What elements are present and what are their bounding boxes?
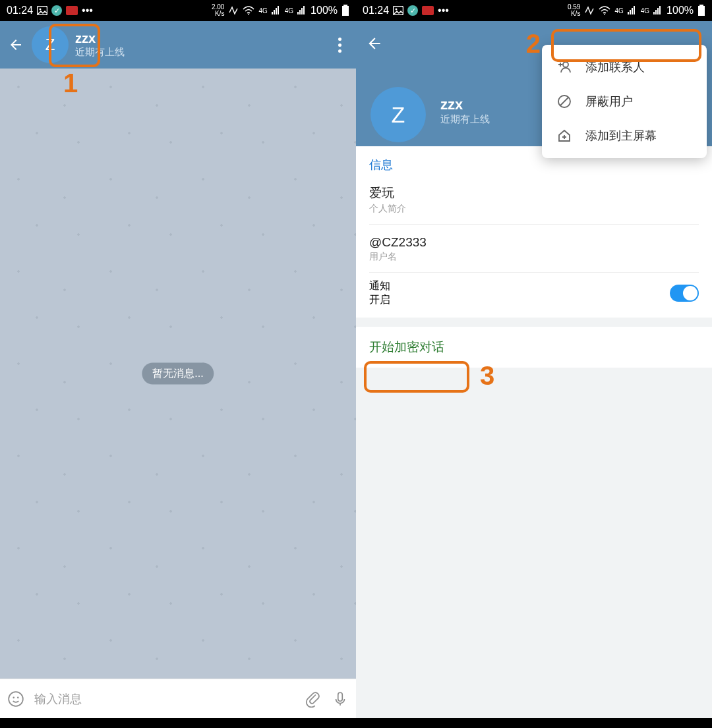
signal-4g-3: 4G	[614, 7, 623, 14]
svg-point-2	[248, 14, 249, 15]
svg-rect-8	[299, 10, 301, 14]
more-icon-2: •••	[438, 5, 449, 16]
more-icon: •••	[82, 5, 93, 16]
network-speed-2: 0.59K/s	[568, 4, 580, 17]
status-bar: 01:24 ✓ ••• 2.00K/s 4G 4G 100%	[0, 0, 356, 21]
battery-icon-2	[697, 5, 705, 16]
back-button-2[interactable]	[365, 34, 384, 53]
profile-popup-menu: 添加联系人 屏蔽用户 添加到主屏幕	[542, 45, 707, 158]
chat-header: Z zzx 近期有上线	[0, 21, 356, 69]
battery-percent: 100%	[311, 5, 338, 16]
wifi-icon	[243, 6, 254, 15]
android-nav-bar-2	[356, 718, 712, 728]
no-messages-pill: 暂无消息...	[142, 363, 214, 385]
username-item[interactable]: @CZ2333 用户名	[369, 231, 699, 269]
svg-rect-25	[655, 10, 657, 14]
info-card: 信息 爱玩 个人简介 @CZ2333 用户名 通知 开启	[356, 146, 712, 318]
notif-value: 开启	[369, 293, 390, 307]
profile-status: 近期有上线	[440, 113, 490, 126]
status-bar-2: 01:24 ✓ ••• 0.59K/s 4G 4G 100%	[356, 0, 712, 21]
svg-rect-4	[274, 10, 275, 14]
start-secret-chat-label: 开始加密对话	[369, 340, 444, 354]
status-time: 01:24	[7, 5, 33, 16]
check-badge-icon: ✓	[51, 5, 62, 16]
battery-percent-2: 100%	[667, 5, 694, 16]
network-speed: 2.00K/s	[212, 4, 224, 17]
status-time-2: 01:24	[363, 5, 389, 16]
svg-point-14	[13, 696, 15, 698]
bio-label: 个人简介	[369, 203, 699, 215]
menu-add-to-home[interactable]: 添加到主屏幕	[542, 119, 707, 153]
message-input[interactable]: 输入消息	[34, 691, 294, 707]
divider	[369, 224, 699, 225]
svg-rect-10	[303, 6, 305, 14]
red-badge-icon	[66, 6, 78, 15]
start-secret-chat[interactable]: 开始加密对话	[356, 327, 712, 368]
svg-rect-7	[297, 12, 299, 14]
emoji-icon[interactable]	[7, 690, 25, 708]
svg-line-32	[560, 98, 568, 105]
screen-chat: 01:24 ✓ ••• 2.00K/s 4G 4G 100%	[0, 0, 356, 728]
attach-icon[interactable]	[303, 690, 322, 708]
more-options-button[interactable]	[330, 32, 349, 58]
svg-rect-6	[278, 6, 279, 14]
svg-rect-28	[699, 5, 703, 6]
profile-header: Z zzx 近期有上线 添加联系人 屏蔽用户	[356, 21, 712, 146]
back-button[interactable]	[7, 36, 25, 54]
svg-rect-20	[628, 12, 629, 14]
signal-bars-icon	[272, 6, 281, 15]
notification-toggle[interactable]	[670, 285, 699, 302]
vibrate-icon	[228, 6, 239, 15]
menu-add-contact-label: 添加联系人	[585, 59, 645, 75]
svg-point-19	[604, 14, 605, 15]
profile-name: zzx	[440, 96, 490, 113]
svg-point-13	[9, 692, 23, 706]
menu-add-contact[interactable]: 添加联系人	[542, 50, 707, 84]
username-label: 用户名	[369, 251, 699, 263]
info-section-title: 信息	[369, 157, 699, 173]
svg-rect-23	[634, 6, 635, 14]
svg-rect-24	[653, 12, 655, 14]
svg-rect-22	[632, 8, 633, 14]
mic-icon[interactable]	[331, 690, 349, 708]
menu-add-to-home-label: 添加到主屏幕	[585, 128, 657, 144]
notification-row[interactable]: 通知 开启	[369, 279, 699, 307]
avatar[interactable]: Z	[32, 26, 69, 63]
battery-icon	[341, 5, 349, 16]
svg-point-1	[40, 9, 42, 11]
profile-body: 信息 爱玩 个人简介 @CZ2333 用户名 通知 开启 开始加密对话	[356, 146, 712, 718]
profile-avatar[interactable]: Z	[371, 87, 426, 142]
check-badge-icon-2: ✓	[407, 5, 418, 16]
chat-contact-status: 近期有上线	[75, 46, 125, 59]
svg-rect-9	[301, 8, 303, 14]
chat-contact-name: zzx	[75, 31, 125, 46]
signal-bars-icon-2	[297, 6, 307, 15]
notif-title: 通知	[369, 279, 390, 293]
bio-value: 爱玩	[369, 184, 699, 202]
wifi-icon-2	[599, 6, 610, 15]
signal-4g-2: 4G	[285, 7, 293, 14]
svg-rect-12	[342, 6, 349, 16]
chat-message-area[interactable]: 暂无消息...	[0, 69, 356, 679]
svg-rect-3	[272, 12, 273, 14]
red-badge-icon-2	[422, 6, 434, 15]
signal-4g-1: 4G	[258, 7, 267, 14]
home-add-icon	[556, 128, 572, 144]
signal-4g-4: 4G	[641, 7, 649, 14]
profile-title-block: zzx 近期有上线	[440, 96, 490, 126]
svg-point-30	[563, 62, 568, 67]
svg-rect-26	[657, 8, 659, 14]
svg-rect-5	[276, 8, 277, 14]
signal-bars-icon-3	[628, 6, 637, 15]
menu-block-user[interactable]: 屏蔽用户	[542, 84, 707, 119]
screen-profile: 01:24 ✓ ••• 0.59K/s 4G 4G 100%	[356, 0, 712, 728]
vibrate-icon-2	[584, 6, 595, 15]
svg-point-15	[17, 696, 19, 698]
svg-rect-21	[630, 10, 631, 14]
svg-rect-11	[343, 5, 347, 6]
svg-rect-27	[659, 6, 661, 14]
signal-bars-icon-4	[653, 6, 663, 15]
bio-item[interactable]: 爱玩 个人简介	[369, 181, 699, 221]
chat-title-block[interactable]: zzx 近期有上线	[75, 31, 125, 59]
menu-block-user-label: 屏蔽用户	[585, 94, 633, 109]
